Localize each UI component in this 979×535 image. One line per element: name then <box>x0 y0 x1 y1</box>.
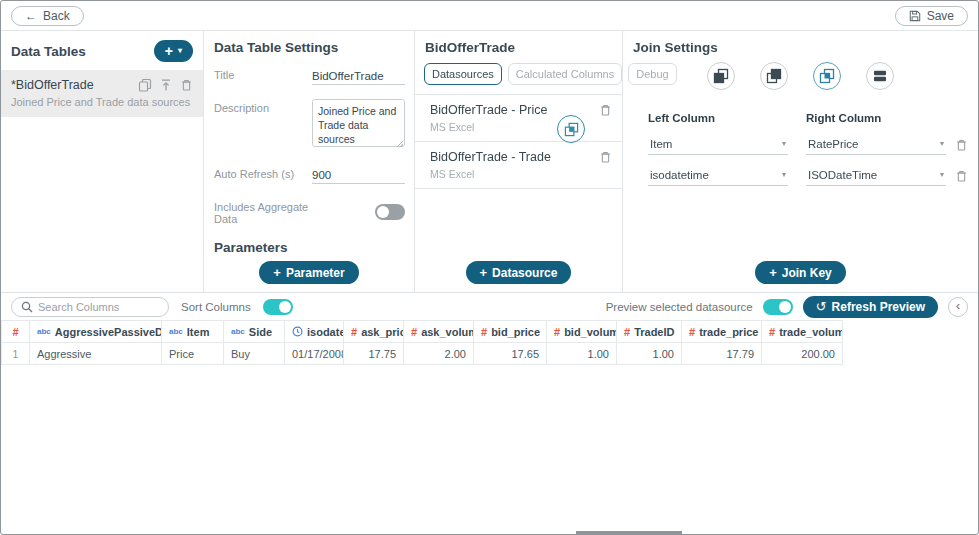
table-cell: 2.00 <box>404 343 474 365</box>
numeric-type-icon: # <box>554 326 560 338</box>
bottom-scrollbar-fragment[interactable] <box>576 531 682 534</box>
inner-join-icon <box>564 122 579 137</box>
caret-down-icon: ▾ <box>178 47 182 55</box>
delete-join-key-button[interactable] <box>955 169 971 183</box>
left-join-button[interactable] <box>707 62 735 90</box>
back-button[interactable]: ← Back <box>11 6 84 26</box>
tab-datasources[interactable]: Datasources <box>424 63 502 85</box>
refresh-icon: ↺ <box>816 300 827 313</box>
preview-datasource-toggle[interactable] <box>763 299 793 315</box>
text-type-icon: abc <box>169 327 183 336</box>
description-field[interactable]: Joined Price and Trade data sources <box>312 99 405 147</box>
back-button-label: Back <box>43 9 70 23</box>
title-field[interactable] <box>312 68 405 85</box>
top-bar: ← Back Save <box>1 1 978 31</box>
settings-title: Data Table Settings <box>214 40 338 55</box>
datasources-panel: BidOfferTrade Datasources Calculated Col… <box>415 31 623 292</box>
column-header[interactable]: #ask_volume <box>404 321 474 343</box>
datasources-panel-title: BidOfferTrade <box>425 40 515 55</box>
numeric-type-icon: # <box>624 326 630 338</box>
numeric-type-icon: # <box>689 326 695 338</box>
save-button[interactable]: Save <box>895 6 968 26</box>
left-column-select[interactable]: isodatetime ▾ <box>648 166 788 186</box>
search-columns-input[interactable] <box>38 301 159 313</box>
left-column-value: Item <box>650 138 672 150</box>
table-cell: Buy <box>224 343 285 365</box>
column-header[interactable]: #trade_price <box>682 321 762 343</box>
column-header[interactable]: abcItem <box>162 321 224 343</box>
add-data-table-button[interactable]: + ▾ <box>154 40 193 62</box>
add-datasource-button[interactable]: + Datasource <box>466 261 572 284</box>
delete-datasource-button[interactable] <box>599 150 612 164</box>
auto-refresh-field[interactable] <box>312 167 405 184</box>
caret-down-icon: ▾ <box>940 171 944 179</box>
left-join-icon <box>713 68 729 84</box>
column-header[interactable]: #bid_price <box>474 321 547 343</box>
duplicate-table-button[interactable] <box>138 78 152 92</box>
delete-datasource-button[interactable] <box>599 103 612 117</box>
data-table-description: Joined Price and Trade data sources <box>11 96 193 108</box>
collapse-preview-button[interactable]: ‹ <box>948 297 968 317</box>
right-column-value: RatePrice <box>808 138 859 150</box>
delete-join-key-button[interactable] <box>955 138 971 152</box>
table-row[interactable]: 1 Aggressive Price Buy 01/17/2008 17.75 … <box>2 343 843 365</box>
right-column-select[interactable]: RatePrice ▾ <box>806 135 946 155</box>
inner-join-button[interactable] <box>813 62 841 90</box>
search-columns-box[interactable] <box>11 297 169 317</box>
datasource-name: BidOfferTrade - Trade <box>430 150 599 164</box>
add-join-key-button[interactable]: + Join Key <box>755 261 846 284</box>
data-table-list-item[interactable]: *BidOfferTrade Joined Price and Trade <box>1 70 203 117</box>
refresh-preview-label: Refresh Preview <box>832 300 925 314</box>
add-parameter-label: Parameter <box>286 266 345 280</box>
column-header[interactable]: #trade_volume <box>762 321 843 343</box>
toggle-knob <box>377 206 389 218</box>
add-parameter-button[interactable]: + Parameter <box>259 261 358 284</box>
join-type-selector <box>623 62 978 90</box>
plus-icon: + <box>769 265 777 280</box>
panels-region: Data Tables + ▾ *BidOfferTrade <box>1 31 978 293</box>
back-arrow-icon: ← <box>25 9 37 23</box>
join-indicator-button[interactable] <box>557 115 585 143</box>
column-header[interactable]: #TradeID <box>617 321 682 343</box>
table-cell: 17.79 <box>682 343 762 365</box>
column-header[interactable]: abcAggressivePassiveDark <box>30 321 162 343</box>
datasource-list-item[interactable]: BidOfferTrade - Price MS Excel <box>415 95 622 142</box>
trash-icon <box>599 103 612 117</box>
data-table-settings-panel: Data Table Settings Title Description Jo… <box>204 31 415 292</box>
left-column-select[interactable]: Item ▾ <box>648 135 788 155</box>
column-header-rownum[interactable]: # <box>2 321 30 343</box>
sort-columns-toggle[interactable] <box>263 299 293 315</box>
export-table-button[interactable] <box>159 78 173 92</box>
refresh-preview-button[interactable]: ↺ Refresh Preview <box>803 296 938 318</box>
column-header[interactable]: isodatetime <box>285 321 344 343</box>
auto-refresh-label: Auto Refresh (s) <box>214 165 312 180</box>
datasource-tabs: Datasources Calculated Columns Debug <box>415 57 622 95</box>
datasource-type: MS Excel <box>430 168 599 180</box>
numeric-type-icon: # <box>12 326 18 338</box>
plus-icon: + <box>480 265 488 280</box>
datetime-type-icon <box>292 326 303 337</box>
right-column-select[interactable]: ISODateTime ▾ <box>806 166 946 186</box>
union-join-button[interactable] <box>866 62 894 90</box>
join-key-row: Item ▾ RatePrice ▾ <box>648 135 971 155</box>
right-column-header: Right Column <box>806 112 946 124</box>
add-datasource-label: Datasource <box>492 266 557 280</box>
datasource-list-item[interactable]: BidOfferTrade - Trade MS Excel <box>415 142 622 189</box>
left-column-value: isodatetime <box>650 169 709 181</box>
app-window: ← Back Save Data Tables + ▾ *BidOfferT <box>0 0 979 535</box>
chevron-left-icon: ‹ <box>956 299 960 312</box>
aggregate-toggle[interactable] <box>375 204 405 220</box>
trash-icon <box>955 169 968 183</box>
column-header[interactable]: abcSide <box>224 321 285 343</box>
trash-icon <box>599 150 612 164</box>
right-join-button[interactable] <box>760 62 788 90</box>
tab-calculated-columns[interactable]: Calculated Columns <box>508 63 622 85</box>
data-tables-title: Data Tables <box>11 44 86 59</box>
column-header[interactable]: #ask_price <box>344 321 404 343</box>
caret-down-icon: ▾ <box>940 140 944 148</box>
inner-join-icon <box>819 68 835 84</box>
description-field-label: Description <box>214 99 312 114</box>
parameters-section-title: Parameters <box>204 232 414 261</box>
delete-table-button[interactable] <box>180 78 193 92</box>
column-header[interactable]: #bid_volume <box>547 321 617 343</box>
